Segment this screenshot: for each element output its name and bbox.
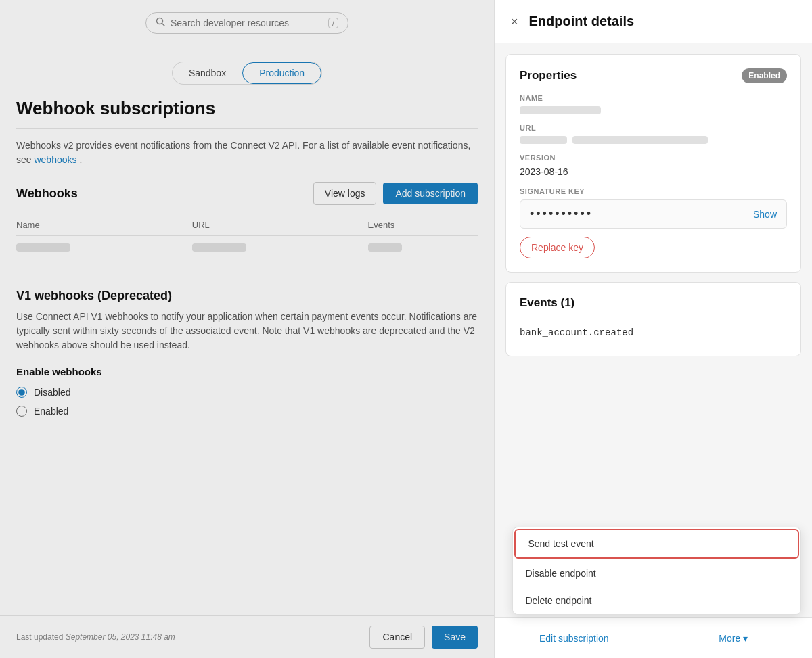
- v1-description: Use Connect API V1 webhooks to notify yo…: [16, 310, 478, 352]
- replace-key-button[interactable]: Replace key: [520, 237, 595, 258]
- table-row[interactable]: [16, 236, 478, 261]
- search-input[interactable]: [171, 18, 323, 28]
- properties-card: Properties Enabled NAME URL VERSION 2023…: [505, 54, 801, 273]
- dropdown-disable-endpoint[interactable]: Disable endpoint: [513, 560, 800, 587]
- url-long-placeholder: [572, 136, 708, 144]
- search-bar-wrapper: /: [0, 0, 494, 45]
- panel-header: × Endpoint details: [495, 0, 812, 43]
- page-title: Webhook subscriptions: [16, 98, 478, 119]
- tab-toggle-inner: Sandbox Production: [172, 62, 322, 85]
- search-shortcut: /: [328, 18, 338, 28]
- dropdown-menu: Send test event Disable endpoint Delete …: [512, 527, 801, 615]
- name-field-value: [520, 106, 601, 114]
- webhooks-table: Name URL Events: [16, 214, 478, 260]
- version-field-label: VERSION: [520, 154, 787, 162]
- cancel-button[interactable]: Cancel: [369, 626, 425, 649]
- events-card-header: Events (1): [520, 296, 787, 310]
- row-name-placeholder: [16, 243, 70, 252]
- tab-toggle: Sandbox Production: [0, 62, 494, 85]
- url-short-placeholder: [520, 136, 567, 144]
- webhooks-section-header: Webhooks View logs Add subscription: [16, 182, 478, 205]
- enabled-badge: Enabled: [742, 68, 787, 83]
- radio-disabled[interactable]: Disabled: [16, 387, 478, 398]
- view-logs-button[interactable]: View logs: [313, 182, 377, 205]
- more-button[interactable]: More ▾: [654, 618, 813, 658]
- signature-key-label: SIGNATURE KEY: [520, 187, 787, 195]
- radio-disabled-label: Disabled: [34, 387, 70, 398]
- show-key-link[interactable]: Show: [753, 209, 777, 220]
- row-url-placeholder: [192, 243, 246, 252]
- version-field-value: 2023-08-16: [520, 166, 568, 177]
- row-events-placeholder: [368, 243, 402, 252]
- webhooks-link[interactable]: webhooks: [34, 154, 76, 165]
- page-body: Webhook subscriptions Webhooks v2 provid…: [0, 98, 494, 417]
- col-header-name: Name: [16, 214, 192, 236]
- more-label: More: [719, 633, 740, 644]
- properties-card-header: Properties Enabled: [520, 68, 787, 83]
- chevron-down-icon: ▾: [743, 633, 748, 644]
- add-subscription-button[interactable]: Add subscription: [383, 183, 478, 204]
- edit-subscription-button[interactable]: Edit subscription: [495, 618, 654, 658]
- events-title: Events (1): [520, 296, 574, 310]
- enable-webhooks-radio-group: Disabled Enabled: [16, 387, 478, 417]
- event-code: bank_account.created: [520, 321, 787, 342]
- panel-footer: Edit subscription More ▾: [495, 617, 812, 658]
- main-footer: Last updated September 05, 2023 11:48 am…: [0, 615, 494, 658]
- v1-section-title: V1 webhooks (Deprecated): [16, 289, 478, 303]
- properties-title: Properties: [520, 69, 577, 83]
- events-card: Events (1) bank_account.created: [505, 282, 801, 356]
- save-button[interactable]: Save: [432, 626, 478, 649]
- footer-actions: Cancel Save: [369, 626, 478, 649]
- col-header-url: URL: [192, 214, 368, 236]
- webhooks-section-title: Webhooks: [16, 187, 78, 201]
- col-header-events: Events: [368, 214, 478, 236]
- dropdown-delete-endpoint[interactable]: Delete endpoint: [513, 587, 800, 614]
- search-bar[interactable]: /: [145, 12, 348, 34]
- section-actions: View logs Add subscription: [313, 182, 478, 205]
- signature-key-box: •••••••••• Show: [520, 199, 787, 229]
- main-content: / Sandbox Production Webhook subscriptio…: [0, 0, 494, 658]
- panel-close-button[interactable]: ×: [511, 16, 518, 28]
- footer-updated: Last updated September 05, 2023 11:48 am: [16, 632, 175, 642]
- dropdown-send-test-event[interactable]: Send test event: [514, 529, 799, 559]
- tab-production[interactable]: Production: [242, 62, 321, 84]
- radio-enabled[interactable]: Enabled: [16, 406, 478, 417]
- svg-line-1: [162, 24, 165, 26]
- side-panel: × Endpoint details Properties Enabled NA…: [494, 0, 812, 658]
- panel-title: Endpoint details: [529, 14, 635, 29]
- radio-disabled-input[interactable]: [16, 387, 27, 398]
- radio-enabled-label: Enabled: [34, 406, 68, 417]
- signature-key-dots: ••••••••••: [530, 207, 593, 221]
- radio-enabled-input[interactable]: [16, 406, 27, 417]
- tab-sandbox[interactable]: Sandbox: [173, 62, 242, 84]
- search-icon: [156, 17, 165, 29]
- v1-section: V1 webhooks (Deprecated) Use Connect API…: [16, 282, 478, 417]
- more-button-content: More ▾: [719, 633, 748, 644]
- page-description: Webhooks v2 provides event notifications…: [16, 139, 478, 167]
- url-field-row: [520, 136, 787, 144]
- url-field-label: URL: [520, 124, 787, 132]
- enable-webhooks-title: Enable webhooks: [16, 366, 478, 377]
- name-field-label: NAME: [520, 94, 787, 102]
- divider: [16, 128, 478, 129]
